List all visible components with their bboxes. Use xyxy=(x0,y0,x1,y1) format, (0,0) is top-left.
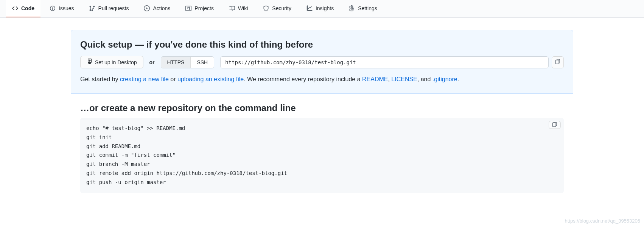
graph-icon xyxy=(306,5,313,11)
link-upload-existing-file[interactable]: uploading an existing file xyxy=(177,76,244,82)
tab-settings[interactable]: Settings xyxy=(343,0,383,17)
clone-url-row xyxy=(220,56,564,68)
protocol-ssh[interactable]: SSH xyxy=(190,57,214,68)
tab-security[interactable]: Security xyxy=(257,0,297,17)
setup-desktop-button[interactable]: Set up in Desktop xyxy=(80,56,143,68)
text: . xyxy=(457,76,459,82)
gear-icon xyxy=(349,5,355,11)
copy-clone-url-button[interactable] xyxy=(552,56,564,68)
tab-label: Issues xyxy=(59,5,74,11)
link-readme[interactable]: README xyxy=(362,76,388,82)
tab-label: Actions xyxy=(153,5,170,11)
quick-setup-box: Quick setup — if you've done this kind o… xyxy=(71,30,573,94)
main: Quick setup — if you've done this kind o… xyxy=(65,30,579,204)
cmdline-code[interactable]: echo "# test-blog" >> README.md git init… xyxy=(80,118,564,193)
tab-actions[interactable]: Actions xyxy=(138,0,176,17)
desktop-download-icon xyxy=(87,58,93,66)
link-gitignore[interactable]: .gitignore xyxy=(432,76,457,82)
link-create-new-file[interactable]: creating a new file xyxy=(120,76,169,82)
tab-pull-requests[interactable]: Pull requests xyxy=(83,0,135,17)
text: , xyxy=(388,76,391,82)
project-icon xyxy=(185,5,191,11)
or-text: or xyxy=(149,59,155,65)
copy-commands-button[interactable] xyxy=(549,121,561,129)
quick-setup-paragraph: Get started by creating a new file or up… xyxy=(80,76,564,83)
issue-icon xyxy=(50,5,56,11)
text: Get started by xyxy=(80,76,120,82)
cmdline-section: …or create a new repository on the comma… xyxy=(71,94,573,204)
tab-label: Security xyxy=(272,5,291,11)
tab-label: Pull requests xyxy=(98,5,129,11)
tab-label: Projects xyxy=(194,5,214,11)
text: , and xyxy=(417,76,432,82)
text: or xyxy=(170,76,177,82)
shield-icon xyxy=(263,5,269,11)
protocol-https[interactable]: HTTPS xyxy=(161,57,191,68)
text: . We recommend every repository include … xyxy=(244,76,362,82)
button-label: Set up in Desktop xyxy=(95,59,137,66)
tab-label: Insights xyxy=(316,5,334,11)
quick-setup-heading: Quick setup — if you've done this kind o… xyxy=(80,39,564,50)
tab-issues[interactable]: Issues xyxy=(44,0,80,17)
pull-request-icon xyxy=(89,5,95,11)
cmdline-wrap: echo "# test-blog" >> README.md git init… xyxy=(80,118,564,193)
clipboard-icon xyxy=(555,59,561,66)
clipboard-icon xyxy=(552,121,558,128)
repo-nav: Code Issues Pull requests Actions Projec… xyxy=(0,0,644,18)
quick-setup-controls: Set up in Desktop or HTTPS SSH xyxy=(80,56,564,68)
tab-label: Code xyxy=(21,5,34,11)
link-license[interactable]: LICENSE xyxy=(391,76,417,82)
clone-url-input[interactable] xyxy=(220,56,549,68)
tab-wiki[interactable]: Wiki xyxy=(223,0,254,17)
tab-label: Settings xyxy=(358,5,377,11)
code-icon xyxy=(12,5,18,11)
tab-code[interactable]: Code xyxy=(6,0,40,17)
tab-insights[interactable]: Insights xyxy=(300,0,340,17)
cmdline-heading: …or create a new repository on the comma… xyxy=(80,103,564,113)
protocol-toggle: HTTPS SSH xyxy=(161,56,215,68)
book-icon xyxy=(229,5,235,11)
play-icon xyxy=(144,5,150,11)
tab-label: Wiki xyxy=(238,5,248,11)
tab-projects[interactable]: Projects xyxy=(179,0,220,17)
